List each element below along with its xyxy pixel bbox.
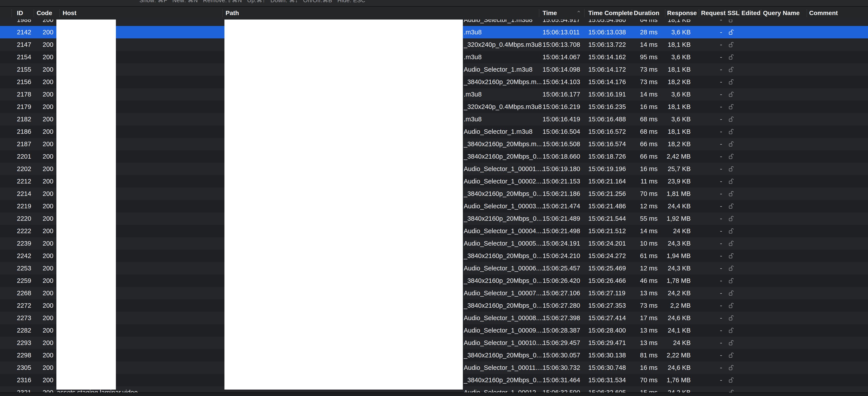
- host-redaction-overlay: [56, 20, 116, 390]
- ssl-unlocked-icon: [729, 104, 734, 109]
- cell-time: 15:06:27.398: [542, 312, 580, 324]
- cell-path: Audio_Selector_1_00003....: [464, 200, 543, 212]
- cell-request: -: [716, 138, 726, 150]
- cell-time: 15:06:30.057: [542, 349, 580, 361]
- ssl-unlocked-icon: [729, 228, 734, 234]
- cell-id: 2202: [17, 163, 31, 175]
- cell-response: 2,42 MB: [645, 150, 691, 163]
- column-header-code[interactable]: Code: [37, 7, 52, 20]
- cell-path: .m3u8: [464, 26, 482, 38]
- cell-time: 15:06:13.708: [542, 38, 580, 51]
- cell-code: 200: [42, 299, 53, 312]
- cell-time: 15:06:14.067: [542, 51, 580, 63]
- column-header-response[interactable]: Response: [667, 7, 697, 20]
- cell-path: _3840x2160p_20Mbps_0...: [464, 250, 542, 262]
- cell-id: 2154: [17, 51, 31, 63]
- cell-code: 200: [42, 175, 53, 188]
- cell-id: 2155: [17, 63, 31, 76]
- column-header-ssl[interactable]: SSL: [727, 7, 740, 20]
- cell-response: 24 KB: [645, 225, 691, 237]
- cell-response: 18,2 KB: [645, 138, 691, 150]
- cell-response: 1,78 MB: [645, 274, 691, 287]
- ssl-unlocked-icon: [729, 129, 734, 134]
- column-header-host[interactable]: Host: [63, 7, 76, 20]
- cell-time: 15:06:16.177: [542, 88, 580, 100]
- cell-time: 15:06:16.419: [542, 113, 580, 125]
- column-header-query-name[interactable]: Query Name: [763, 7, 800, 20]
- cell-request: -: [716, 51, 726, 63]
- cell-id: 2305: [17, 361, 31, 374]
- cell-response: 3,6 KB: [645, 88, 691, 100]
- cell-request: -: [716, 63, 726, 76]
- cell-request: -: [716, 212, 726, 225]
- header-separator: [699, 9, 699, 17]
- column-header-id[interactable]: ID: [17, 7, 23, 20]
- cell-request: -: [716, 361, 726, 374]
- column-header-request[interactable]: Request: [701, 7, 725, 20]
- cell-time: 15:06:16.219: [542, 100, 580, 113]
- cell-id: 2186: [17, 125, 31, 138]
- cell-code: 200: [42, 212, 53, 225]
- cell-code: 200: [42, 374, 53, 386]
- ssl-unlocked-icon: [729, 377, 734, 383]
- ssl-unlocked-icon: [729, 340, 734, 345]
- table-header: ID Code Host Path Time ⌃ Time Complete D…: [0, 7, 868, 20]
- header-separator: [584, 9, 585, 17]
- cell-request: -: [716, 237, 726, 250]
- cell-request: -: [716, 250, 726, 262]
- cell-request: -: [716, 113, 726, 125]
- cell-path: _3840x2160p_20Mbps.m...: [464, 76, 542, 88]
- cell-response: 24,6 KB: [645, 312, 691, 324]
- ssl-unlocked-icon: [729, 265, 734, 271]
- cell-id: 2142: [17, 26, 31, 38]
- column-header-edited[interactable]: Edited: [741, 7, 761, 20]
- cell-time: 15:06:21.186: [542, 188, 580, 200]
- cell-time: 15:06:24.191: [542, 237, 580, 250]
- cell-response: 23,9 KB: [645, 175, 691, 188]
- ssl-unlocked-icon: [729, 278, 734, 284]
- cell-id: 2214: [17, 188, 31, 200]
- cell-code: 200: [42, 361, 53, 374]
- ssl-unlocked-icon: [729, 154, 734, 159]
- cell-time: 15:06:21.474: [542, 200, 580, 212]
- cell-path: _3840x2160p_20Mbps_0...: [464, 299, 542, 312]
- column-header-time[interactable]: Time: [542, 7, 557, 20]
- ssl-unlocked-icon: [729, 91, 734, 97]
- cell-code: 200: [42, 63, 53, 76]
- shortcut-toolbar: Show: ⌘F New: ⌘N Remove:⇧⌘N Up:⌘↑ Down: …: [0, 0, 868, 7]
- cell-path: _3840x2160p_20Mbps_0...: [464, 349, 542, 361]
- cell-id: 2259: [17, 274, 31, 287]
- header-separator: [761, 9, 761, 17]
- cell-id: 2201: [17, 150, 31, 163]
- cell-code: 200: [42, 88, 53, 100]
- column-header-path[interactable]: Path: [225, 7, 239, 20]
- cell-request: -: [716, 100, 726, 113]
- cell-request: -: [716, 150, 726, 163]
- cell-response: 18,1 KB: [645, 63, 691, 76]
- cell-path: Audio_Selector_1_00001....: [464, 163, 543, 175]
- cell-id: 2242: [17, 250, 31, 262]
- cell-response: 3,6 KB: [645, 26, 691, 38]
- cell-time: 15:06:27.106: [542, 287, 580, 299]
- cell-request: -: [716, 274, 726, 287]
- ssl-unlocked-icon: [729, 191, 734, 197]
- column-header-duration[interactable]: Duration: [634, 7, 659, 20]
- cell-id: 2282: [17, 324, 31, 336]
- cell-time: 15:06:14.098: [542, 63, 580, 76]
- ssl-unlocked-icon: [729, 116, 734, 122]
- cell-id: 2187: [17, 138, 31, 150]
- cell-response: 24,1 KB: [645, 324, 691, 336]
- column-header-comment[interactable]: Comment: [809, 7, 838, 20]
- cell-request: -: [716, 125, 726, 138]
- cell-id: 2147: [17, 38, 31, 51]
- cell-response: 24,2 KB: [645, 287, 691, 299]
- cell-code: 200: [42, 225, 53, 237]
- cell-path: Audio_Selector_1_00009....: [464, 324, 543, 336]
- cell-path: Audio_Selector_1_00007....: [464, 287, 543, 299]
- cell-time: 15:06:27.280: [542, 299, 580, 312]
- column-header-time-complete[interactable]: Time Complete: [588, 7, 633, 20]
- cell-request: -: [716, 324, 726, 336]
- cell-code: 200: [42, 262, 53, 274]
- cell-request: -: [716, 287, 726, 299]
- cell-time: 15:06:16.504: [542, 125, 580, 138]
